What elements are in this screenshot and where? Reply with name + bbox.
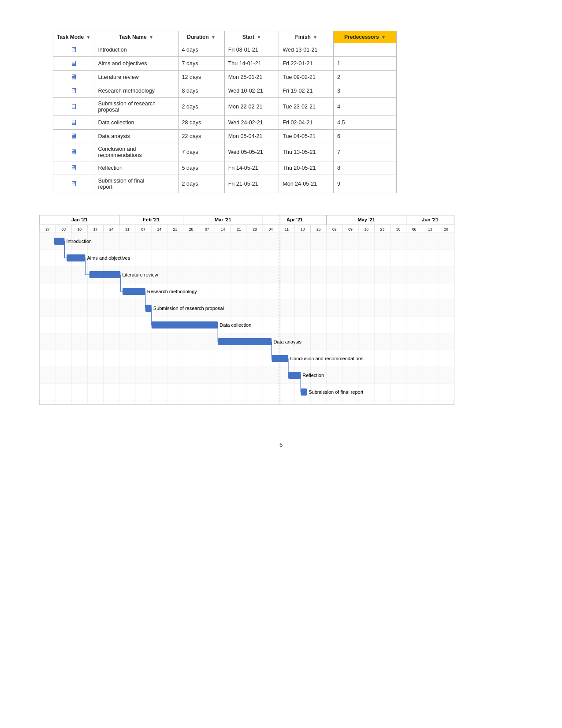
table-row: 🖥Submission of finalreport2 daysFri 21-0… bbox=[53, 175, 397, 193]
task-mode-cell: 🖥 bbox=[53, 130, 94, 143]
task-name-cell: Submission of finalreport bbox=[94, 175, 178, 193]
svg-text:04: 04 bbox=[268, 227, 273, 231]
predecessors-cell: 7 bbox=[334, 143, 397, 161]
svg-rect-106 bbox=[89, 271, 120, 278]
table-row: 🖥Data anaysis22 daysMon 05-04-21Tue 04-0… bbox=[53, 130, 397, 143]
duration-cell: 4 days bbox=[178, 43, 224, 57]
col-header-task-name[interactable]: Task Name ▼ bbox=[94, 31, 178, 43]
svg-text:07: 07 bbox=[141, 227, 145, 231]
predecessors-cell bbox=[334, 43, 397, 57]
svg-text:Mar '21: Mar '21 bbox=[215, 217, 231, 222]
filter-arrow-finish[interactable]: ▼ bbox=[313, 35, 317, 40]
predecessors-cell: 1 bbox=[334, 57, 397, 71]
task-mode-icon: 🖥 bbox=[70, 119, 77, 127]
task-name-cell: Research methodology bbox=[94, 84, 178, 98]
col-header-predecessors[interactable]: Predecessors ▼ bbox=[334, 31, 397, 43]
finish-cell: Mon 24-05-21 bbox=[279, 175, 334, 193]
svg-text:28: 28 bbox=[189, 227, 194, 231]
task-mode-cell: 🖥 bbox=[53, 161, 94, 175]
gantt-chart-section: Jan '21Feb '21Mar '21Apr '21May '21Jun '… bbox=[35, 215, 536, 415]
predecessors-cell: 4 bbox=[334, 98, 397, 116]
svg-text:Submission of final report: Submission of final report bbox=[309, 389, 363, 395]
task-name-cell: Data anaysis bbox=[94, 130, 178, 143]
table-row: 🖥Submission of researchproposal2 daysMon… bbox=[53, 98, 397, 116]
start-cell: Wed 24-02-21 bbox=[224, 116, 279, 130]
duration-cell: 7 days bbox=[178, 57, 224, 71]
svg-text:Jan '21: Jan '21 bbox=[71, 217, 88, 222]
duration-cell: 2 days bbox=[178, 175, 224, 193]
svg-text:18: 18 bbox=[301, 227, 305, 231]
col-header-task-mode[interactable]: Task Mode ▼ bbox=[53, 31, 94, 43]
svg-text:Reflection: Reflection bbox=[302, 373, 324, 378]
start-cell: Wed 05-05-21 bbox=[224, 143, 279, 161]
filter-arrow-name[interactable]: ▼ bbox=[149, 35, 153, 40]
finish-cell: Tue 04-05-21 bbox=[279, 130, 334, 143]
finish-cell: Fri 02-04-21 bbox=[279, 116, 334, 130]
svg-rect-112 bbox=[152, 321, 218, 329]
svg-text:06: 06 bbox=[412, 227, 417, 231]
table-row: 🖥Aims and objectives7 daysThu 14-01-21Fr… bbox=[53, 57, 397, 71]
duration-cell: 22 days bbox=[178, 130, 224, 143]
task-name-cell: Aims and objectives bbox=[94, 57, 178, 71]
start-cell: Thu 14-01-21 bbox=[224, 57, 279, 71]
svg-text:Conclusion and recommendations: Conclusion and recommendations bbox=[290, 356, 364, 361]
filter-arrow-duration[interactable]: ▼ bbox=[211, 35, 216, 40]
finish-cell: Tue 23-02-21 bbox=[279, 98, 334, 116]
svg-text:28: 28 bbox=[253, 227, 257, 231]
task-mode-icon: 🖥 bbox=[70, 87, 77, 95]
finish-cell: Thu 20-05-21 bbox=[279, 161, 334, 175]
svg-text:21: 21 bbox=[173, 227, 178, 231]
svg-text:24: 24 bbox=[109, 227, 114, 231]
col-header-start[interactable]: Start ▼ bbox=[224, 31, 279, 43]
table-row: 🖥Data collection28 daysWed 24-02-21Fri 0… bbox=[53, 116, 397, 130]
col-header-duration[interactable]: Duration ▼ bbox=[178, 31, 224, 43]
filter-arrow-start[interactable]: ▼ bbox=[257, 35, 261, 40]
svg-text:Feb '21: Feb '21 bbox=[143, 217, 159, 222]
task-mode-cell: 🖥 bbox=[53, 98, 94, 116]
svg-text:17: 17 bbox=[93, 227, 98, 231]
svg-text:14: 14 bbox=[221, 227, 225, 231]
filter-arrow-mode[interactable]: ▼ bbox=[86, 35, 90, 40]
duration-cell: 12 days bbox=[178, 71, 224, 84]
svg-text:Data anaysis: Data anaysis bbox=[273, 339, 301, 344]
svg-text:14: 14 bbox=[157, 227, 161, 231]
task-mode-icon: 🖥 bbox=[70, 73, 77, 81]
task-name-cell: Data collection bbox=[94, 116, 178, 130]
svg-text:21: 21 bbox=[237, 227, 241, 231]
filter-arrow-pred[interactable]: ▼ bbox=[381, 35, 386, 40]
table-row: 🖥Research methodology8 daysWed 10-02-21F… bbox=[53, 84, 397, 98]
svg-text:03: 03 bbox=[61, 227, 66, 231]
svg-rect-108 bbox=[123, 288, 145, 295]
gantt-svg: Jan '21Feb '21Mar '21Apr '21May '21Jun '… bbox=[35, 215, 458, 414]
svg-text:Aims and objectives: Aims and objectives bbox=[87, 255, 130, 261]
task-mode-icon: 🖥 bbox=[70, 180, 77, 188]
task-mode-cell: 🖥 bbox=[53, 116, 94, 130]
task-name-cell: Introduction bbox=[94, 43, 178, 57]
task-mode-cell: 🖥 bbox=[53, 175, 94, 193]
svg-text:Jun '21: Jun '21 bbox=[422, 217, 438, 222]
start-cell: Fri 21-05-21 bbox=[224, 175, 279, 193]
col-header-finish[interactable]: Finish ▼ bbox=[279, 31, 334, 43]
svg-text:Data collection: Data collection bbox=[220, 322, 251, 328]
task-mode-cell: 🖥 bbox=[53, 57, 94, 71]
predecessors-cell: 2 bbox=[334, 71, 397, 84]
start-cell: Mon 22-02-21 bbox=[224, 98, 279, 116]
duration-cell: 28 days bbox=[178, 116, 224, 130]
finish-cell: Fri 22-01-21 bbox=[279, 57, 334, 71]
svg-rect-104 bbox=[67, 254, 85, 261]
svg-text:11: 11 bbox=[285, 227, 289, 231]
svg-text:Research methodology: Research methodology bbox=[147, 289, 197, 294]
svg-text:23: 23 bbox=[380, 227, 385, 231]
predecessors-cell: 9 bbox=[334, 175, 397, 193]
task-mode-icon: 🖥 bbox=[70, 148, 77, 156]
finish-cell: Fri 19-02-21 bbox=[279, 84, 334, 98]
svg-text:Introduction: Introduction bbox=[66, 239, 91, 244]
duration-cell: 8 days bbox=[178, 84, 224, 98]
svg-rect-114 bbox=[218, 338, 272, 345]
svg-text:31: 31 bbox=[125, 227, 130, 231]
task-name-cell: Reflection bbox=[94, 161, 178, 175]
task-mode-cell: 🖥 bbox=[53, 71, 94, 84]
finish-cell: Tue 09-02-21 bbox=[279, 71, 334, 84]
svg-text:27: 27 bbox=[45, 227, 50, 231]
svg-text:13: 13 bbox=[428, 227, 432, 231]
